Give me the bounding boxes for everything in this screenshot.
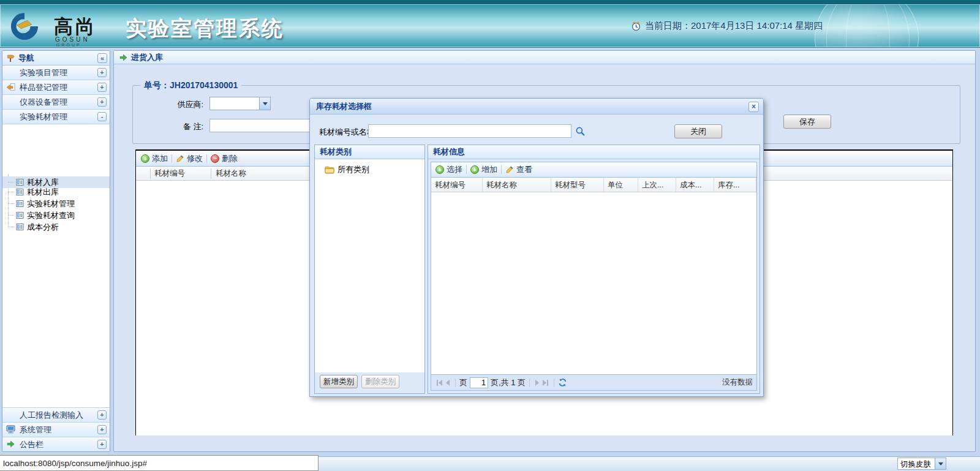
sidebar-item-consumable-query[interactable]: 实验耗材查询 [2, 209, 110, 221]
dialog-titlebar[interactable]: 库存耗材选择框 [310, 99, 763, 115]
column-header[interactable]: 库存... [714, 178, 756, 192]
add-consumable-button[interactable]: + 增加 [470, 164, 497, 175]
expand-icon[interactable]: + [97, 97, 107, 107]
logo-subtext: GOSUN [55, 36, 90, 43]
category-panel-header: 耗材类别 [315, 145, 424, 159]
column-header[interactable]: 单位 [604, 178, 638, 192]
select-button[interactable]: + 选择 [435, 164, 462, 175]
column-header[interactable]: 耗材名称 [483, 178, 551, 192]
page-total: 页,共 1 页 [491, 377, 526, 388]
sidebar-group-consumable[interactable]: 实验耗材管理 - [2, 110, 110, 124]
column-header[interactable]: 成本... [676, 178, 714, 192]
skin-switch-select[interactable]: 切换皮肤 [897, 458, 946, 470]
category-panel: 耗材类别 所有类别 新增类别 删除类别 [314, 145, 425, 394]
expand-icon[interactable]: + [97, 83, 107, 92]
consumable-grid: + 选择 + 增加 查看 耗材编号 耗 [431, 162, 757, 391]
clock-icon [631, 21, 641, 31]
info-panel-header: 耗材信息 [428, 145, 760, 159]
expand-icon[interactable]: + [97, 410, 107, 420]
expand-icon[interactable]: + [97, 425, 107, 434]
sidebar-header: 导航 « [2, 51, 110, 66]
chevron-down-icon[interactable] [259, 97, 270, 110]
sidebar-navigation: 导航 « 实验项目管理 + 样品登记管理 + 仪器设备管理 + 实验耗材管理 -… [2, 50, 110, 452]
list-icon [16, 200, 24, 208]
sidebar-group-system[interactable]: 系统管理 + [2, 422, 110, 437]
sidebar-item-consumable-manage[interactable]: 实验耗材管理 [2, 198, 110, 209]
folder-icon [325, 165, 334, 174]
plus-icon: + [435, 165, 444, 174]
list-icon [16, 223, 24, 231]
sidebar-group-bulletin[interactable]: 公告栏 + [2, 437, 110, 451]
collapse-group-icon[interactable]: - [97, 112, 107, 121]
stock-consumable-dialog: 库存耗材选择框 × 耗材编号或名称: 关闭 耗材类别 所有类别 新增类别 删除类… [309, 98, 764, 397]
column-header[interactable]: 上次... [638, 178, 676, 192]
navigation-icon [6, 54, 15, 62]
view-button[interactable]: 查看 [505, 164, 532, 175]
sidebar-item-cost-analysis[interactable]: 成本分析 [2, 221, 110, 233]
category-tree: 所有类别 [315, 159, 424, 372]
green-arrow-icon [119, 53, 127, 62]
delete-button[interactable]: − 删除 [211, 153, 238, 164]
order-number: 单号：JH201704130001 [140, 80, 241, 91]
plus-icon: + [470, 165, 479, 174]
first-page-button[interactable] [437, 380, 442, 386]
add-button[interactable]: + 添加 [141, 153, 168, 164]
delete-category-button[interactable]: 删除类别 [361, 375, 399, 388]
page-word: 页 [459, 377, 467, 388]
orange-arrow-icon [6, 83, 15, 92]
save-button[interactable]: 保存 [783, 115, 831, 129]
supplier-select[interactable] [209, 97, 271, 110]
pencil-icon [176, 154, 184, 163]
close-button[interactable]: 关闭 [674, 124, 722, 138]
minus-icon: − [211, 154, 219, 163]
sidebar-group-project[interactable]: 实验项目管理 + [2, 66, 110, 80]
list-icon [16, 188, 24, 196]
expand-icon[interactable]: + [97, 68, 107, 77]
expand-icon[interactable]: + [97, 440, 107, 449]
chevron-down-icon[interactable] [935, 458, 946, 469]
add-category-button[interactable]: 新增类别 [320, 375, 358, 388]
globe-decoration [815, 4, 919, 48]
empty-data-text: 没有数据 [722, 377, 753, 388]
top-strip [0, 0, 980, 4]
green-arrow-icon [6, 440, 15, 448]
close-icon[interactable]: × [748, 102, 759, 112]
breadcrumb: 进货入库 [114, 51, 975, 64]
search-input[interactable] [368, 124, 571, 138]
tree-node-all-categories[interactable]: 所有类别 [325, 164, 369, 175]
supplier-label: 供应商: [160, 99, 203, 110]
sidebar-collapse-button[interactable]: « [97, 53, 107, 63]
app-title: 实验室管理系统 [126, 15, 284, 43]
last-page-button[interactable] [543, 380, 548, 386]
sidebar-group-manual-report[interactable]: 人工报告检测输入 + [2, 407, 110, 422]
sidebar-item-consumable-out[interactable]: 耗材出库 [2, 186, 110, 198]
consumable-info-panel: 耗材信息 + 选择 + 增加 查看 [428, 145, 760, 394]
dialog-title: 库存耗材选择框 [316, 101, 372, 112]
search-icon[interactable] [575, 126, 586, 137]
monitor-icon [6, 425, 15, 434]
current-date: 当前日期：2017年4月13日 14:07:14 星期四 [645, 20, 823, 32]
pencil-icon [505, 165, 514, 174]
sidebar-title: 导航 [18, 53, 97, 64]
consumable-grid-body [431, 192, 756, 374]
refresh-icon[interactable] [558, 378, 567, 387]
gosun-logo-icon [10, 12, 39, 41]
next-page-button[interactable] [535, 380, 539, 386]
sidebar-group-instrument[interactable]: 仪器设备管理 + [2, 95, 110, 110]
app-header: 高尚 GOSUN GROUP 实验室管理系统 当前日期：2017年4月13日 1… [0, 4, 980, 48]
column-header[interactable]: 耗材名称 [216, 168, 246, 179]
plus-icon: + [141, 154, 149, 163]
edit-button[interactable]: 修改 [176, 153, 203, 164]
page-number-input[interactable] [470, 377, 488, 388]
column-header[interactable]: 耗材编号 [154, 168, 185, 179]
sidebar-group-sample[interactable]: 样品登记管理 + [2, 80, 110, 95]
column-header[interactable]: 耗材型号 [551, 178, 604, 192]
prev-page-button[interactable] [446, 380, 450, 386]
lab-management-page: { "header": { "logo_cn": "高尚", "logo_en"… [0, 0, 980, 471]
remark-label: 备 注: [160, 121, 203, 132]
page-title: 进货入库 [131, 52, 163, 63]
list-icon [16, 211, 24, 219]
category-panel-footer: 新增类别 删除类别 [315, 375, 424, 390]
column-header[interactable]: 耗材编号 [431, 178, 483, 192]
logo-subtext-2: GROUP [56, 43, 81, 47]
